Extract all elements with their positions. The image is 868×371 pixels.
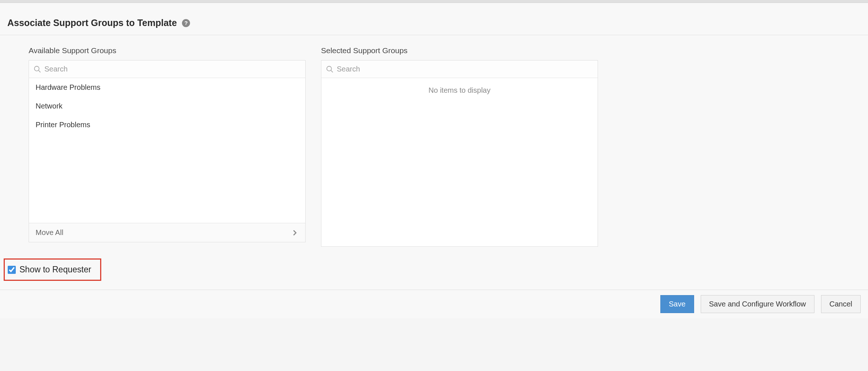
selected-search-input[interactable] <box>334 63 593 75</box>
available-panel: Hardware Problems Network Printer Proble… <box>29 60 306 242</box>
selected-column: Selected Support Groups No items to disp… <box>321 46 598 247</box>
svg-point-0 <box>34 66 39 71</box>
show-to-requester-row: Show to Requester <box>4 258 101 281</box>
page-content: Associate Support Groups to Template ? A… <box>0 3 868 318</box>
show-to-requester-checkbox[interactable] <box>8 266 16 274</box>
svg-line-1 <box>39 70 40 72</box>
svg-point-2 <box>327 66 332 71</box>
search-icon <box>33 65 41 73</box>
chevron-right-icon <box>291 229 299 237</box>
help-icon[interactable]: ? <box>182 19 190 27</box>
selected-items-area: No items to display <box>321 78 598 246</box>
available-search-input[interactable] <box>41 63 301 75</box>
available-label: Available Support Groups <box>29 46 306 55</box>
footer-bar: Save Save and Configure Workflow Cancel <box>0 290 868 318</box>
search-icon <box>326 65 334 73</box>
selected-panel: No items to display <box>321 60 598 247</box>
selected-label: Selected Support Groups <box>321 46 598 55</box>
available-items-area: Hardware Problems Network Printer Proble… <box>29 78 305 223</box>
dual-list-columns: Available Support Groups Hardware Proble… <box>0 35 868 254</box>
show-to-requester-label: Show to Requester <box>19 265 91 275</box>
move-all-button[interactable]: Move All <box>29 223 305 242</box>
move-all-label: Move All <box>36 228 63 237</box>
cancel-button[interactable]: Cancel <box>821 295 861 313</box>
save-configure-workflow-button[interactable]: Save and Configure Workflow <box>701 295 814 313</box>
list-item[interactable]: Hardware Problems <box>29 78 305 97</box>
save-button[interactable]: Save <box>660 295 694 313</box>
selected-search-row <box>321 60 598 78</box>
page-header: Associate Support Groups to Template ? <box>0 3 868 35</box>
svg-line-3 <box>331 70 333 72</box>
list-item[interactable]: Network <box>29 97 305 115</box>
list-item[interactable]: Printer Problems <box>29 115 305 134</box>
page-title: Associate Support Groups to Template <box>7 18 177 28</box>
available-column: Available Support Groups Hardware Proble… <box>29 46 306 247</box>
top-border <box>0 0 868 3</box>
empty-state-text: No items to display <box>321 78 598 103</box>
available-search-row <box>29 60 305 78</box>
